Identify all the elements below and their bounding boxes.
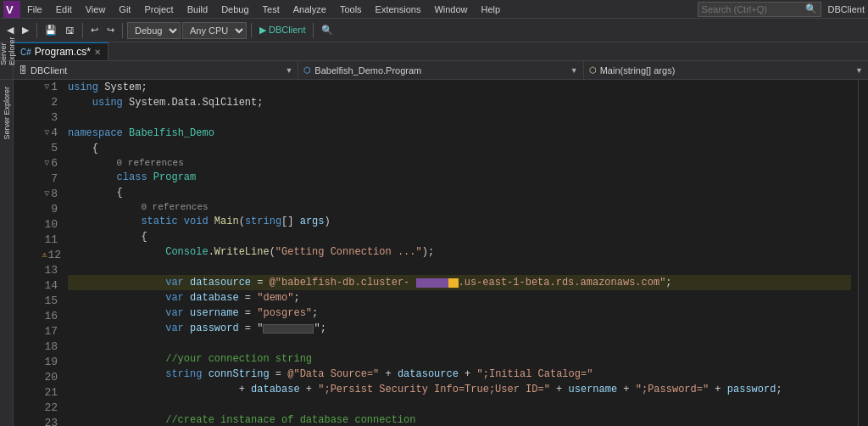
code-line-6: class Program <box>68 170 851 185</box>
tab-close-btn[interactable]: ✕ <box>94 48 101 57</box>
code-line-8-ref: 0 references <box>68 200 851 214</box>
sep3 <box>122 23 123 38</box>
menu-debug[interactable]: Debug <box>214 3 255 16</box>
line-num-22: 22 <box>14 401 61 416</box>
line-num-16: 16 <box>14 309 61 324</box>
code-line-18: string connString = @"Data Source=" + da… <box>68 367 851 382</box>
search-input[interactable] <box>702 4 804 14</box>
code-content[interactable]: using System; using System.Data.SqlClien… <box>61 80 858 426</box>
vertical-scrollbar[interactable] <box>858 80 868 426</box>
code-line-9: { <box>68 229 851 244</box>
app-label: DBClient <box>828 4 865 14</box>
line-numbers: ▽ 1 2 3 ▽ 4 5 ▽ 6 <box>14 80 61 426</box>
sep2 <box>82 23 83 38</box>
line-num-7: 7 <box>14 171 61 187</box>
linenum-label-2: 2 <box>51 95 58 110</box>
linenum-label-4: 4 <box>51 126 58 141</box>
menu-analyze[interactable]: Analyze <box>287 3 333 16</box>
nav-arrow-2: ▼ <box>570 66 578 75</box>
main-layout: Server Explorer ▽ 1 2 3 ▽ 4 <box>0 80 868 426</box>
save-btn[interactable]: 💾 <box>42 23 60 37</box>
line-num-17: 17 <box>14 324 61 339</box>
nav-method-icon: ⬡ <box>589 65 597 75</box>
nav-segment-3[interactable]: ⬡ Main(string[] args) ▼ <box>584 61 868 79</box>
menu-items: File Edit View Git Project Build Debug T… <box>20 3 507 16</box>
linenum-label-21: 21 <box>44 385 58 401</box>
warning-icon-12: ⚠ <box>42 248 47 263</box>
linenum-label-3: 3 <box>51 110 58 126</box>
undo-btn[interactable]: ↩ <box>87 23 102 37</box>
code-line-15: var password = ""; <box>68 321 851 336</box>
svg-text:V: V <box>6 3 14 16</box>
nav-arrow-3: ▼ <box>855 66 863 75</box>
cpu-dropdown[interactable]: Any CPU <box>182 22 247 39</box>
save-all-btn[interactable]: 🖫 <box>62 24 78 37</box>
code-line-2: using System.Data.SqlClient; <box>68 95 851 110</box>
password-redacted <box>263 324 314 334</box>
linenum-label-13: 13 <box>44 263 58 278</box>
code-line-3 <box>68 110 851 126</box>
collapse-icon-4[interactable]: ▽ <box>44 126 49 141</box>
program-cs-tab[interactable]: C# Program.cs* ✕ <box>14 42 108 60</box>
side-panel: Server Explorer <box>0 80 14 426</box>
menu-edit[interactable]: Edit <box>49 3 79 16</box>
forward-btn[interactable]: ▶ <box>19 23 32 37</box>
debug-dropdown[interactable]: Debug <box>127 22 181 39</box>
line-num-2: 2 <box>14 95 61 110</box>
line-num-20: 20 <box>14 370 61 385</box>
tab-icon: C# <box>20 48 31 57</box>
line-num-4: ▽ 4 <box>14 126 61 141</box>
redo-btn[interactable]: ↪ <box>103 23 118 37</box>
menu-view[interactable]: View <box>79 3 113 16</box>
line-num-23: 23 <box>14 416 61 426</box>
nav-db-icon: 🗄 <box>19 65 27 75</box>
line-num-3: 3 <box>14 110 61 126</box>
menu-project[interactable]: Project <box>137 3 180 16</box>
sep4 <box>251 23 252 38</box>
code-line-12: var datasource = @"babelfish-db.cluster-… <box>68 275 851 290</box>
server-explorer-tab[interactable]: Server Explorer <box>0 42 14 60</box>
code-line-16 <box>68 336 851 351</box>
collapse-icon-1[interactable]: ▽ <box>44 80 49 95</box>
find-btn[interactable]: 🔍 <box>318 23 337 37</box>
line-num-1: ▽ 1 <box>14 80 61 95</box>
menu-extensions[interactable]: Extensions <box>369 3 428 16</box>
side-panel-label: Server Explorer <box>3 87 11 140</box>
line-num-18: 18 <box>14 339 61 355</box>
toolbar: ◀ ▶ 💾 🖫 ↩ ↪ Debug Any CPU ▶ DBClient 🔍 <box>0 19 868 42</box>
menu-test[interactable]: Test <box>256 3 287 16</box>
nav-segment-1[interactable]: 🗄 DBClient ▼ <box>14 61 298 79</box>
redacted-block-2 <box>448 278 459 288</box>
code-line-10: Console.WriteLine("Getting Connection ..… <box>68 244 851 260</box>
nav-segment-2[interactable]: ⬡ Babelfish_Demo.Program ▼ <box>298 61 583 79</box>
linenum-label-11: 11 <box>44 233 58 248</box>
linenum-label-23: 23 <box>44 416 58 426</box>
back-btn[interactable]: ◀ <box>3 23 17 37</box>
menu-git[interactable]: Git <box>112 3 137 16</box>
menu-help[interactable]: Help <box>475 3 508 16</box>
code-block-6: 0 references class Program <box>68 156 851 185</box>
code-line-4: namespace Babelfish_Demo <box>68 126 851 141</box>
linenum-label-12: 12 <box>47 248 61 263</box>
line-num-15: 15 <box>14 294 61 309</box>
linenum-label-8: 8 <box>51 187 58 202</box>
collapse-icon-8[interactable]: ▽ <box>44 187 49 202</box>
line-num-5: 5 <box>14 141 61 156</box>
nav-method-label: Main(string[] args) <box>600 65 676 76</box>
run-btn[interactable]: ▶ DBClient <box>256 23 309 37</box>
menu-tools[interactable]: Tools <box>333 3 369 16</box>
vs-logo: V <box>3 1 20 18</box>
collapse-icon-6[interactable]: ▽ <box>44 156 49 171</box>
code-editor: ▽ 1 2 3 ▽ 4 5 ▽ 6 <box>14 80 868 426</box>
menu-window[interactable]: Window <box>427 3 474 16</box>
nav-arrow-1: ▼ <box>285 66 292 75</box>
menu-build[interactable]: Build <box>181 3 214 16</box>
search-box[interactable]: 🔍 <box>698 2 821 17</box>
menu-file[interactable]: File <box>20 3 49 16</box>
code-line-19: + database + ";Persist Security Info=Tru… <box>68 382 851 397</box>
linenum-label-10: 10 <box>44 217 58 233</box>
linenum-label-20: 20 <box>44 370 58 385</box>
nav-class-icon: ⬡ <box>303 65 311 75</box>
tab-container: Server Explorer C# Program.cs* ✕ <box>0 42 868 61</box>
code-line-21: //create instanace of database connectio… <box>68 412 851 426</box>
